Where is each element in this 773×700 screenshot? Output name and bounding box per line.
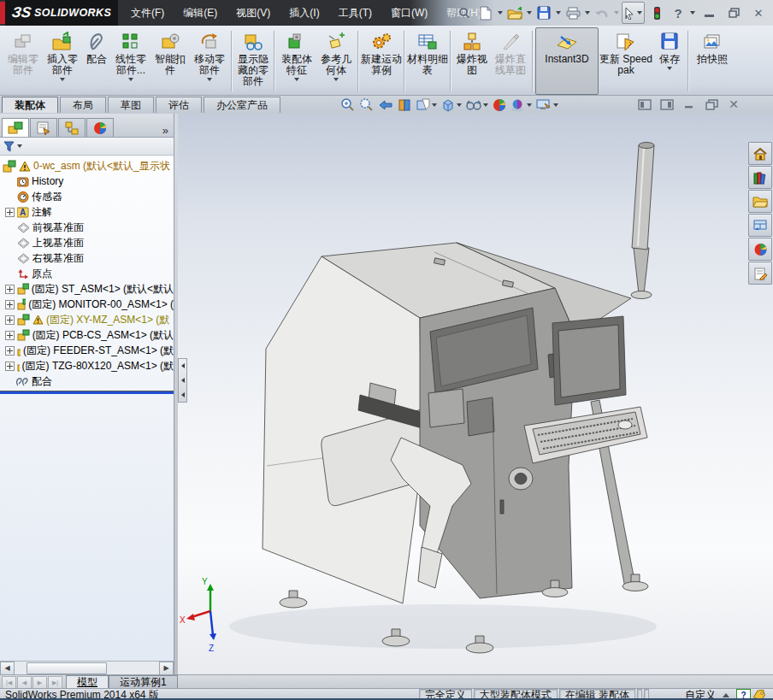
smart-fasteners-button[interactable]: 智能扣件 <box>150 27 190 95</box>
new-document-icon[interactable] <box>476 3 495 22</box>
tab-office-products[interactable]: 办公室产品 <box>204 97 280 113</box>
tree-item-pcb-cs-asm[interactable]: (固定) PCB-CS_ASM<1> (默认 <box>0 327 174 343</box>
expand-icon[interactable] <box>5 315 15 325</box>
save-icon[interactable] <box>534 3 553 22</box>
reference-geometry-button[interactable]: 参考几何体 <box>316 27 356 95</box>
menu-insert[interactable]: 插入(I) <box>280 0 328 26</box>
take-snapshot-button[interactable]: 拍快照 <box>691 27 734 95</box>
custom-properties-icon[interactable] <box>748 262 772 285</box>
new-motion-study-button[interactable]: 新建运动算例 <box>361 27 402 95</box>
display-style-icon[interactable] <box>441 98 462 112</box>
machine-model[interactable]: Y X Z <box>178 114 773 674</box>
tree-item-right-plane[interactable]: 右视基准面 <box>0 250 174 266</box>
file-explorer-icon[interactable] <box>748 190 772 213</box>
edit-component-button[interactable]: 编辑零部件 <box>3 27 43 95</box>
mate-button[interactable]: 配合 <box>82 27 111 95</box>
doc-restore-icon[interactable] <box>703 97 720 111</box>
save-dropdown-icon[interactable] <box>556 11 561 15</box>
new-document-dropdown-icon[interactable] <box>498 11 503 15</box>
view-settings-icon[interactable] <box>536 98 558 111</box>
scroll-left-icon[interactable]: ◀ <box>0 662 15 675</box>
filter-dropdown-icon[interactable] <box>17 144 22 148</box>
section-view-icon[interactable] <box>398 98 411 112</box>
quick-tips-icon[interactable]: ? <box>736 689 751 700</box>
doc-close-icon[interactable]: ✕ <box>725 97 742 111</box>
propertymanager-icon[interactable] <box>30 118 57 137</box>
custom-status-label[interactable]: 自定义 <box>685 688 716 700</box>
update-speedpak-button[interactable]: 更新 Speedpak <box>599 27 653 95</box>
help-dropdown-icon[interactable] <box>690 11 695 15</box>
tree-item-top-plane[interactable]: 上视基准面 <box>0 235 174 250</box>
tree-item-xy-mz-asm[interactable]: (固定) XY-MZ_ASM<1> (默 <box>0 312 174 327</box>
close-icon[interactable]: ✕ <box>747 5 770 21</box>
expand-icon[interactable] <box>5 208 15 217</box>
move-component-button[interactable]: 移动零部件 <box>190 27 229 95</box>
restore-icon[interactable] <box>723 5 745 21</box>
menu-window[interactable]: 窗口(W) <box>381 0 437 26</box>
displaymanager-icon[interactable] <box>86 118 114 137</box>
tree-item-annotations[interactable]: A 注解 <box>0 204 174 220</box>
move-component-dropdown-icon[interactable] <box>207 78 212 81</box>
show-hidden-components-button[interactable]: 显示隐藏的零部件 <box>234 27 272 95</box>
reference-geometry-dropdown-icon[interactable] <box>333 78 339 81</box>
expand-up-icon[interactable] <box>723 693 729 697</box>
tag-icon[interactable] <box>752 690 766 700</box>
save-dropdown-icon[interactable] <box>667 67 672 70</box>
home-icon[interactable] <box>748 142 772 165</box>
minimize-icon[interactable] <box>698 5 720 21</box>
linear-component-pattern-button[interactable]: 线性零部件... <box>111 27 150 95</box>
previous-view-icon[interactable] <box>378 98 393 111</box>
print-icon[interactable] <box>564 3 582 22</box>
undo-icon[interactable] <box>593 3 611 22</box>
pin-icon[interactable] <box>455 3 474 22</box>
tree-item-feeder-st-asm[interactable]: (固定) FEEDER-ST_ASM<1> (默 <box>0 343 174 358</box>
tree-item-root-assembly[interactable]: 0-wc_asm (默认<默认_显示状 <box>0 158 174 174</box>
menu-edit[interactable]: 编辑(E) <box>174 0 227 26</box>
tab-evaluate[interactable]: 评估 <box>156 97 202 113</box>
tab-assembly[interactable]: 装配体 <box>2 97 58 113</box>
rollback-bar[interactable] <box>0 391 174 394</box>
bill-of-materials-button[interactable]: 材料明细表 <box>407 27 448 95</box>
expand-icon[interactable] <box>5 331 15 340</box>
zoom-fit-icon[interactable] <box>340 97 355 112</box>
open-dropdown-icon[interactable] <box>527 11 532 15</box>
graphics-viewport[interactable]: Y X Z <box>178 114 773 674</box>
zoom-area-icon[interactable] <box>359 97 374 112</box>
doc-minimize-icon[interactable] <box>681 97 698 111</box>
panel-collapse-handle[interactable] <box>178 358 187 403</box>
insert-component-dropdown-icon[interactable] <box>60 78 65 81</box>
scrollbar-thumb[interactable] <box>27 662 107 674</box>
tree-item-front-plane[interactable]: 前视基准面 <box>0 220 174 235</box>
save-toolbar-button[interactable]: 保存 <box>653 27 686 95</box>
edit-appearance-icon[interactable] <box>493 98 506 112</box>
chevron-right-icon[interactable]: » <box>159 124 172 137</box>
open-icon[interactable] <box>505 3 524 22</box>
scroll-right-icon[interactable]: ▶ <box>159 662 174 675</box>
expand-icon[interactable] <box>5 346 15 356</box>
view-orientation-icon[interactable] <box>416 98 437 112</box>
help-icon[interactable]: ? <box>669 3 687 22</box>
tree-item-sensors[interactable]: 传感器 <box>0 189 174 204</box>
configurationmanager-icon[interactable] <box>58 118 86 137</box>
tree-item-history[interactable]: History <box>0 174 174 189</box>
traffic-light-icon[interactable] <box>647 3 666 22</box>
linear-pattern-dropdown-icon[interactable] <box>128 78 133 81</box>
appearances-icon[interactable] <box>748 238 772 261</box>
design-library-icon[interactable] <box>748 166 772 189</box>
apply-scene-icon[interactable] <box>510 98 532 112</box>
expand-icon[interactable] <box>5 362 15 371</box>
tab-layout[interactable]: 布局 <box>60 97 106 113</box>
collapse-right-pane-icon[interactable] <box>658 97 676 111</box>
explode-line-sketch-button[interactable]: 爆炸直线草图 <box>491 27 530 95</box>
menu-file[interactable]: 文件(F) <box>121 0 174 26</box>
instant3d-button[interactable]: Instant3D <box>535 27 599 95</box>
exploded-view-button[interactable]: 爆炸视图 <box>453 27 491 95</box>
tree-item-monitor-asm[interactable]: (固定) MONITOR-00_ASM<1> ( <box>0 297 174 312</box>
expand-icon[interactable] <box>5 285 15 294</box>
filter-funnel-icon[interactable] <box>3 141 15 152</box>
menu-view[interactable]: 视图(V) <box>227 0 280 26</box>
tab-sketch[interactable]: 草图 <box>108 97 154 113</box>
collapse-left-pane-icon[interactable] <box>636 97 653 111</box>
tree-item-mates[interactable]: 配合 <box>0 374 174 389</box>
select-dropdown-icon[interactable] <box>637 11 642 15</box>
